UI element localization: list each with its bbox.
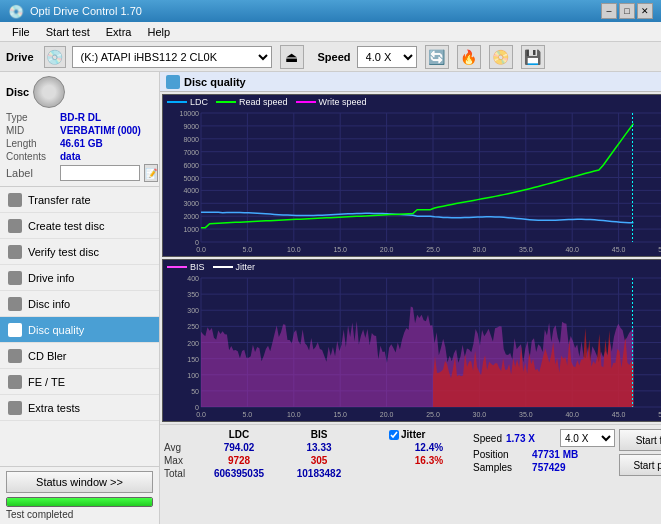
drive-select[interactable]: (K:) ATAPI iHBS112 2 CL0K xyxy=(72,46,272,68)
legend-read-speed: Read speed xyxy=(216,97,288,107)
nav-label-extra-tests: Extra tests xyxy=(28,402,80,414)
col-header-jitter: Jitter xyxy=(389,429,469,440)
max-row: Max 9728 305 16.3% xyxy=(164,455,469,466)
speed-select[interactable]: 4.0 X xyxy=(357,46,417,68)
total-row: Total 606395035 10183482 xyxy=(164,468,469,479)
start-part-button[interactable]: Start part xyxy=(619,454,661,476)
nav-label-disc-info: Disc info xyxy=(28,298,70,310)
disc-label-input[interactable] xyxy=(60,165,140,181)
nav-item-transfer-rate[interactable]: Transfer rate xyxy=(0,187,159,213)
legend-ldc: LDC xyxy=(167,97,208,107)
speed-info: Speed 1.73 X 4.0 X Position 47731 MB Sam… xyxy=(473,429,615,473)
samples-row: Samples 757429 xyxy=(473,462,615,473)
chart2: BIS Jitter xyxy=(162,259,661,422)
stats-table: LDC BIS Jitter Avg 794.02 xyxy=(164,429,469,481)
nav-label-fe-te: FE / TE xyxy=(28,376,65,388)
nav-label-create-test-disc: Create test disc xyxy=(28,220,104,232)
menu-start-test[interactable]: Start test xyxy=(38,24,98,40)
legend-jitter: Jitter xyxy=(213,262,256,272)
position-label: Position xyxy=(473,449,528,460)
media-icon[interactable]: 📀 xyxy=(489,45,513,69)
disc-quality-title: Disc quality xyxy=(184,76,246,88)
avg-row: Avg 794.02 13.33 12.4% xyxy=(164,442,469,453)
minimize-button[interactable]: – xyxy=(601,3,617,19)
speed-value: 1.73 X xyxy=(506,433,556,444)
nav-item-drive-info[interactable]: Drive info xyxy=(0,265,159,291)
main: Disc Type BD-R DL MID VERBATIMf (000) Le… xyxy=(0,72,661,524)
nav-label-cd-bler: CD Bler xyxy=(28,350,67,362)
legend-write-speed: Write speed xyxy=(296,97,367,107)
jitter-checkbox-container: Jitter xyxy=(389,429,469,440)
nav-item-disc-info[interactable]: Disc info xyxy=(0,291,159,317)
nav-label-verify-test-disc: Verify test disc xyxy=(28,246,99,258)
total-bis: 10183482 xyxy=(279,468,359,479)
nav-label-transfer-rate: Transfer rate xyxy=(28,194,91,206)
nav-icon-extra-tests xyxy=(8,401,22,415)
save-icon[interactable]: 💾 xyxy=(521,45,545,69)
chart1-legend: LDC Read speed Write speed xyxy=(167,97,366,107)
samples-label: Samples xyxy=(473,462,528,473)
nav-item-verify-test-disc[interactable]: Verify test disc xyxy=(0,239,159,265)
title-bar: 💿 Opti Drive Control 1.70 – □ ✕ xyxy=(0,0,661,22)
nav-label-disc-quality: Disc quality xyxy=(28,324,84,336)
nav-icon-disc-info xyxy=(8,297,22,311)
avg-label: Avg xyxy=(164,442,199,453)
progress-bar xyxy=(6,497,153,507)
stats-panel: LDC BIS Jitter Avg 794.02 xyxy=(160,424,661,524)
start-full-button[interactable]: Start full xyxy=(619,429,661,451)
status-window-button[interactable]: Status window >> xyxy=(6,471,153,493)
refresh-icon[interactable]: 🔄 xyxy=(425,45,449,69)
drive-icon: 💿 xyxy=(44,46,66,68)
avg-ldc: 794.02 xyxy=(199,442,279,453)
menu-file[interactable]: File xyxy=(4,24,38,40)
eject-icon[interactable]: ⏏ xyxy=(280,45,304,69)
menu-extra[interactable]: Extra xyxy=(98,24,140,40)
jitter-label: Jitter xyxy=(401,429,425,440)
title-text: Opti Drive Control 1.70 xyxy=(30,5,142,17)
disc-icon xyxy=(33,76,65,108)
nav-icon-fe-te xyxy=(8,375,22,389)
disc-type-row: Type BD-R DL xyxy=(6,112,153,123)
nav-item-fe-te[interactable]: FE / TE xyxy=(0,369,159,395)
disc-label-button[interactable]: 📝 xyxy=(144,164,158,182)
nav-icon-transfer-rate xyxy=(8,193,22,207)
col-header-ldc: LDC xyxy=(199,429,279,440)
burn-icon[interactable]: 🔥 xyxy=(457,45,481,69)
nav-icon-verify-test-disc xyxy=(8,245,22,259)
nav-icon-disc-quality xyxy=(8,323,22,337)
position-value: 47731 MB xyxy=(532,449,578,460)
maximize-button[interactable]: □ xyxy=(619,3,635,19)
nav-label-drive-info: Drive info xyxy=(28,272,74,284)
disc-label-row: Label 📝 xyxy=(6,164,153,182)
max-bis: 305 xyxy=(279,455,359,466)
nav-icon-cd-bler xyxy=(8,349,22,363)
speed-value-row: Speed 1.73 X 4.0 X xyxy=(473,429,615,447)
status-text: Test completed xyxy=(6,509,153,520)
disc-mid-row: MID VERBATIMf (000) xyxy=(6,125,153,136)
nav-item-cd-bler[interactable]: CD Bler xyxy=(0,343,159,369)
right-panel: Disc quality LDC Read speed Wri xyxy=(160,72,661,524)
samples-value: 757429 xyxy=(532,462,565,473)
progress-fill xyxy=(7,498,152,506)
drive-bar: Drive 💿 (K:) ATAPI iHBS112 2 CL0K ⏏ Spee… xyxy=(0,42,661,72)
close-button[interactable]: ✕ xyxy=(637,3,653,19)
title-controls: – □ ✕ xyxy=(601,3,653,19)
status-area: Status window >> Test completed xyxy=(0,466,159,524)
nav-item-extra-tests[interactable]: Extra tests xyxy=(0,395,159,421)
jitter-checkbox[interactable] xyxy=(389,430,399,440)
menu-bar: File Start test Extra Help xyxy=(0,22,661,42)
total-label: Total xyxy=(164,468,199,479)
left-panel: Disc Type BD-R DL MID VERBATIMf (000) Le… xyxy=(0,72,160,524)
speed-label: Speed xyxy=(318,51,351,63)
disc-quality-icon xyxy=(166,75,180,89)
avg-bis: 13.33 xyxy=(279,442,359,453)
position-row: Position 47731 MB xyxy=(473,449,615,460)
disc-length-row: Length 46.61 GB xyxy=(6,138,153,149)
nav-item-disc-quality[interactable]: Disc quality xyxy=(0,317,159,343)
nav-item-create-test-disc[interactable]: Create test disc xyxy=(0,213,159,239)
menu-help[interactable]: Help xyxy=(139,24,178,40)
nav-icon-create-test-disc xyxy=(8,219,22,233)
speed-combo[interactable]: 4.0 X xyxy=(560,429,615,447)
disc-section: Disc Type BD-R DL MID VERBATIMf (000) Le… xyxy=(0,72,159,187)
disc-quality-header: Disc quality xyxy=(160,72,661,92)
